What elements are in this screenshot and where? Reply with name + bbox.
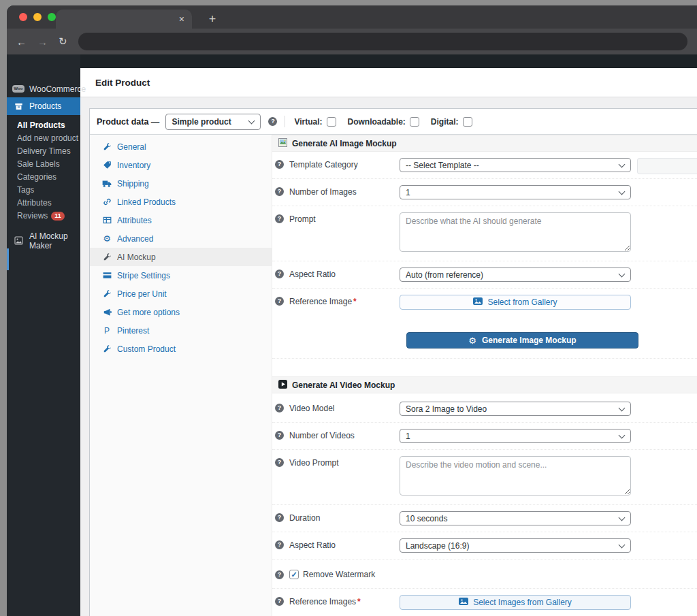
product-type-select-wrap: Simple product [165,114,261,130]
number-of-images-row: ? Number of Images 1 [272,178,697,206]
truck-icon [102,179,112,189]
sidebar-item-sale-labels[interactable]: Sale Labels [7,158,80,171]
sidebar-item-add-new-product[interactable]: Add new product [7,132,80,145]
help-icon[interactable]: ? [275,214,284,223]
product-data-tabs: General Inventory Shipping [90,135,272,616]
help-icon[interactable]: ? [275,297,284,306]
tab-get-more-options[interactable]: Get more options [90,303,272,321]
help-icon[interactable]: ? [275,270,284,278]
reference-images-row: ? Reference Images* Select Images from G… [272,588,697,616]
sidebar-item-all-products[interactable]: All Products [7,119,80,132]
digital-checkbox-group: Digital: [431,117,472,127]
main-content-column: Edit Product Product data — Simple produ… [80,54,697,616]
sidebar-item-ai-mockup-maker[interactable]: AI Mockup Maker [7,232,80,249]
products-submenu: All Products Add new product Delivery Ti… [7,115,80,225]
sidebar-item-delivery-times[interactable]: Delivery Times [7,145,80,158]
edit-product-page: Edit Product Product data — Simple produ… [80,68,697,616]
tab-general[interactable]: General [90,137,272,156]
tab-linked-products[interactable]: Linked Products [90,193,272,211]
tab-pinterest[interactable]: P Pinterest [90,321,272,340]
remove-watermark-checkbox[interactable] [289,570,299,579]
page-body: Product data — Simple product ? Virtual: [80,97,697,616]
section-divider [272,358,697,359]
sidebar-item-attributes[interactable]: Attributes [7,197,80,210]
select-images-from-gallery-button[interactable]: Select Images from Gallery [400,595,631,610]
video-aspect-ratio-row: ? Aspect Ratio Landscape (16:9) [272,532,697,559]
sidebar-scroll-indicator[interactable] [7,248,9,270]
video-model-select[interactable]: Sora 2 Image to Video [400,402,631,416]
help-icon[interactable]: ? [268,117,277,126]
address-bar[interactable] [78,33,687,50]
page-title: Edit Product [80,68,697,97]
screenshot-frame: × + ← → ↻ Woo WooCommerce Products [0,0,697,616]
side-panel-fragment [637,158,697,174]
wrench-icon [102,289,112,299]
help-icon[interactable]: ? [275,597,284,606]
digital-checkbox[interactable] [463,117,472,127]
tab-close-icon[interactable]: × [179,14,184,24]
reload-icon[interactable]: ↻ [59,35,67,48]
pinterest-icon: P [102,326,112,336]
help-icon[interactable]: ? [275,458,284,467]
template-category-select[interactable]: -- Select Template -- [400,158,631,172]
sidebar-item-reviews[interactable]: Reviews 11 [7,210,80,223]
video-prompt-textarea[interactable] [400,456,631,496]
browser-titlebar: × + [7,5,697,29]
tab-advanced[interactable]: ⚙ Advanced [90,229,272,248]
help-icon[interactable]: ? [275,570,284,579]
close-window-button[interactable] [19,13,27,21]
image-aspect-ratio-select[interactable]: Auto (from reference) [400,268,631,282]
fullscreen-window-button[interactable] [48,13,56,21]
generate-image-mockup-button[interactable]: ⚙ Generate Image Mockup [406,332,638,348]
tab-ai-mockup[interactable]: AI Mockup [90,248,272,266]
tab-stripe-settings[interactable]: Stripe Settings [90,266,272,285]
admin-sidebar: Woo WooCommerce Products All Products Ad… [7,54,80,616]
gallery-image-icon [473,297,483,307]
product-type-select[interactable]: Simple product [165,114,261,130]
duration-row: ? Duration 10 seconds [272,504,697,532]
sidebar-item-woocommerce[interactable]: Woo WooCommerce [7,80,80,97]
forward-icon[interactable]: → [37,36,48,48]
help-icon[interactable]: ? [275,404,284,412]
video-section-header: Generate AI Video Mockup [272,376,697,393]
tab-inventory[interactable]: Inventory [90,156,272,174]
browser-tab[interactable]: × [56,10,192,29]
tab-custom-product[interactable]: Custom Product [90,340,272,358]
prompt-textarea[interactable] [400,212,631,252]
back-icon[interactable]: ← [16,36,27,48]
picture-icon [278,138,287,149]
prompt-row: ? Prompt [272,206,697,261]
minimize-window-button[interactable] [33,13,42,21]
help-icon[interactable]: ? [275,431,284,440]
wrench-icon [102,142,112,152]
tab-attributes[interactable]: Attributes [90,211,272,229]
help-icon[interactable]: ? [275,540,284,549]
video-aspect-ratio-select[interactable]: Landscape (16:9) [400,538,631,553]
remove-watermark-row: ? Remove Watermark [272,559,697,588]
product-data-label: Product data — [97,117,159,127]
help-icon[interactable]: ? [275,160,284,169]
browser-toolbar: ← → ↻ [7,29,697,54]
tab-shipping[interactable]: Shipping [90,174,272,193]
downloadable-checkbox[interactable] [410,117,419,127]
virtual-checkbox-group: Virtual: [294,117,336,127]
new-tab-button[interactable]: + [204,12,221,27]
image-aspect-ratio-row: ? Aspect Ratio Auto (from reference) [272,261,697,288]
help-icon[interactable]: ? [275,513,284,522]
sidebar-item-categories[interactable]: Categories [7,171,80,184]
gear-icon: ⚙ [102,234,112,244]
virtual-checkbox[interactable] [327,117,336,127]
sidebar-item-tags[interactable]: Tags [7,184,80,197]
video-prompt-row: ? Video Prompt [272,449,697,504]
megaphone-icon [102,308,112,317]
duration-select[interactable]: 10 seconds [400,511,631,525]
help-icon[interactable]: ? [275,187,284,196]
number-of-videos-select[interactable]: 1 [400,429,631,443]
sidebar-item-products[interactable]: Products [7,97,80,115]
number-of-images-select[interactable]: 1 [400,185,631,199]
admin-bar [80,54,697,68]
select-from-gallery-button[interactable]: Select from Gallery [400,295,631,310]
divider [285,116,285,127]
image-frame-icon [12,236,25,245]
tab-price-per-unit[interactable]: Price per Unit [90,285,272,303]
